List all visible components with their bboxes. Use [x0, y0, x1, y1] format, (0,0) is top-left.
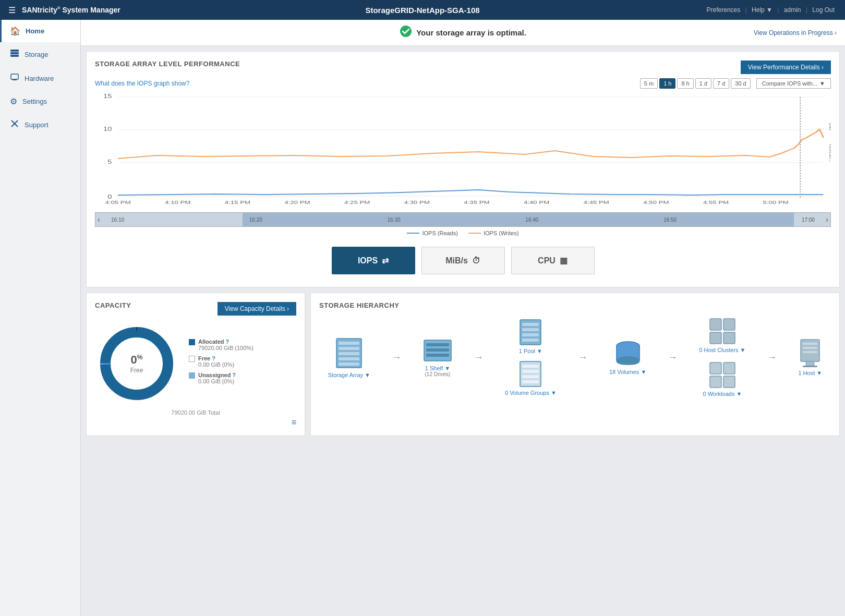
- storage-array-label[interactable]: Storage Array ▼: [328, 372, 370, 378]
- time-1d-btn[interactable]: 1 d: [695, 78, 711, 89]
- view-capacity-btn[interactable]: View Capacity Details ›: [218, 302, 296, 316]
- host-clusters-icon: [699, 318, 745, 345]
- list-view-icon[interactable]: ≡: [292, 418, 296, 427]
- sidebar: 🏠 Home Storage Hardware ⚙ Settings Suppo…: [0, 20, 81, 616]
- host-label[interactable]: 1 Host ▼: [798, 370, 822, 376]
- preferences-link[interactable]: Preferences: [707, 6, 741, 14]
- logout-link[interactable]: Log Out: [812, 6, 835, 14]
- hier-workloads: 0 Workloads ▼: [703, 361, 742, 397]
- svg-rect-61: [710, 363, 721, 374]
- writes-line-icon: [468, 233, 481, 234]
- donut-center: 0% Free: [130, 353, 143, 374]
- svg-rect-1: [10, 52, 19, 54]
- help-link[interactable]: Help ▼: [752, 6, 772, 14]
- workloads-label[interactable]: 0 Workloads ▼: [703, 391, 742, 397]
- allocated-name: Allocated ?: [198, 339, 254, 345]
- capacity-legend: Allocated ? 79020.00 GiB (100%) Free ?: [189, 339, 254, 389]
- arrow-3: →: [578, 352, 587, 363]
- free-help-icon[interactable]: ?: [212, 355, 215, 361]
- svg-rect-3: [11, 74, 18, 79]
- pool-icon: [518, 319, 543, 346]
- svg-point-7: [400, 26, 412, 37]
- hierarchy-title: STORAGE HIERARCHY: [319, 301, 399, 309]
- time-8h-btn[interactable]: 8 h: [677, 78, 693, 89]
- storage-array-icon: [328, 336, 370, 370]
- view-operations-link[interactable]: View Operations in Progress ›: [754, 29, 837, 37]
- vol-groups-label[interactable]: 0 Volume Groups ▼: [505, 390, 557, 396]
- svg-text:5:00 PM: 5:00 PM: [763, 200, 789, 205]
- sidebar-label-support: Support: [25, 121, 49, 129]
- svg-text:4:15 PM: 4:15 PM: [225, 200, 250, 205]
- time-5m-btn[interactable]: 5 m: [640, 78, 658, 89]
- volumes-label[interactable]: 18 Volumes ▼: [609, 369, 646, 375]
- sidebar-item-hardware[interactable]: Hardware: [0, 66, 80, 90]
- iops-question-link[interactable]: What does the IOPS graph show?: [95, 80, 189, 87]
- page-title: StorageGRID-NetApp-SGA-108: [365, 6, 479, 15]
- header-actions: Preferences | Help ▼ | admin | Log Out: [705, 6, 837, 14]
- time-30d-btn[interactable]: 30 d: [731, 78, 750, 89]
- hier-pools-col: 1 Pool ▼: [505, 319, 557, 396]
- svg-text:4:35 PM: 4:35 PM: [464, 200, 489, 205]
- sidebar-item-support[interactable]: Support: [0, 113, 80, 137]
- iops-metric-btn[interactable]: IOPS ⇄: [332, 247, 415, 274]
- unassigned-help-icon[interactable]: ?: [232, 372, 236, 378]
- svg-text:15: 15: [103, 93, 112, 99]
- svg-rect-68: [803, 351, 817, 353]
- svg-rect-47: [522, 328, 539, 331]
- range-bar[interactable]: ‹ 16:10 16:20 16:30 16:40 16:50 17:00 ›: [95, 212, 831, 227]
- hier-storage-array: Storage Array ▼: [328, 336, 370, 378]
- capacity-title: CAPACITY: [95, 301, 131, 309]
- legend-writes-label: IOPS (Writes): [484, 230, 519, 236]
- svg-rect-48: [522, 333, 539, 336]
- view-performance-btn[interactable]: View Performance Details ›: [741, 61, 831, 74]
- svg-rect-4: [13, 79, 17, 80]
- hardware-icon: [10, 73, 19, 84]
- svg-rect-70: [803, 366, 817, 367]
- sidebar-item-settings[interactable]: ⚙ Settings: [0, 90, 80, 113]
- donut-percent: 0%: [130, 353, 143, 367]
- svg-text:4:50 PM: 4:50 PM: [643, 200, 669, 205]
- svg-rect-62: [723, 363, 735, 374]
- cpu-metric-btn[interactable]: CPU ▦: [511, 247, 595, 274]
- svg-rect-52: [522, 370, 539, 373]
- shelf-label[interactable]: 1 Shelf ▼: [423, 365, 452, 371]
- svg-rect-36: [339, 342, 359, 345]
- time-7d-btn[interactable]: 7 d: [713, 78, 729, 89]
- support-icon: [10, 119, 19, 130]
- cpu-label: CPU: [538, 256, 556, 265]
- allocated-value: 79020.00 GiB (100%): [198, 345, 254, 351]
- svg-rect-58: [723, 319, 735, 330]
- metric-buttons: IOPS ⇄ MiB/s ⏱ CPU ▦: [95, 243, 831, 279]
- host-clusters-label[interactable]: 0 Host Clusters ▼: [699, 347, 745, 353]
- pool-label[interactable]: 1 Pool ▼: [518, 348, 543, 354]
- sidebar-item-storage[interactable]: Storage: [0, 42, 80, 66]
- admin-link[interactable]: admin: [784, 6, 801, 14]
- free-name: Free ?: [198, 355, 234, 361]
- iops-label: IOPS: [358, 256, 378, 265]
- svg-rect-64: [723, 376, 735, 388]
- hier-shelf: 1 Shelf ▼ (12 Drives): [423, 338, 452, 377]
- cap-unassigned: Unassigned ? 0.00 GiB (0%): [189, 372, 254, 384]
- time-1h-btn[interactable]: 1 h: [659, 78, 675, 89]
- svg-text:5: 5: [107, 159, 112, 165]
- iops-chart: 15 10 5 0 4:0: [95, 92, 831, 208]
- compare-iops-btn[interactable]: Compare IOPS with... ▼: [756, 78, 831, 89]
- mibs-metric-btn[interactable]: MiB/s ⏱: [421, 247, 505, 274]
- volumes-icon: [609, 340, 646, 367]
- menu-icon[interactable]: ☰: [8, 5, 16, 15]
- mibs-icon: ⏱: [472, 256, 480, 265]
- sidebar-item-home[interactable]: 🏠 Home: [0, 20, 80, 42]
- allocated-color-box: [189, 339, 195, 345]
- arrow-4: →: [668, 352, 678, 363]
- allocated-help-icon[interactable]: ?: [226, 339, 230, 345]
- svg-point-56: [617, 356, 639, 365]
- svg-rect-66: [803, 343, 817, 345]
- svg-rect-38: [339, 352, 359, 355]
- main-layout: 🏠 Home Storage Hardware ⚙ Settings Suppo…: [0, 20, 845, 616]
- hier-volumes: 18 Volumes ▼: [609, 340, 646, 375]
- capacity-total: 79020.00 GiB Total: [95, 409, 296, 416]
- status-bar: Your storage array is optimal. View Oper…: [81, 20, 845, 46]
- sidebar-label-settings: Settings: [22, 98, 47, 105]
- svg-rect-69: [806, 361, 814, 366]
- svg-rect-51: [522, 365, 539, 368]
